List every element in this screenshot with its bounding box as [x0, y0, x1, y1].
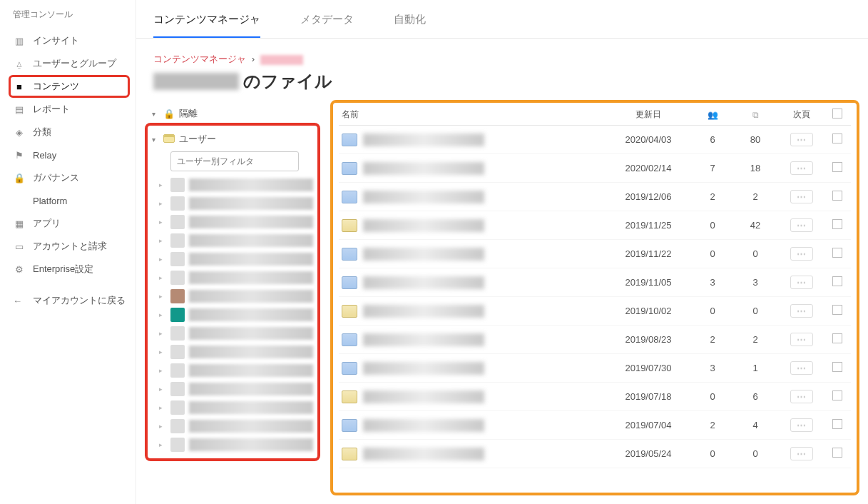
file-checkbox[interactable]	[827, 276, 848, 288]
file-more[interactable]: ⋯	[777, 161, 827, 175]
file-checkbox[interactable]	[827, 305, 848, 317]
tree-user-row[interactable]: ▸	[152, 398, 313, 417]
tab-0[interactable]: コンテンツマネージャ	[153, 13, 260, 38]
more-icon[interactable]: ⋯	[790, 133, 813, 146]
file-more[interactable]: ⋯	[777, 276, 827, 289]
file-checkbox[interactable]	[827, 162, 848, 174]
chevron-right-icon[interactable]: ▸	[159, 218, 166, 226]
chevron-right-icon[interactable]: ▸	[159, 423, 166, 430]
file-row[interactable]: 2019/10/02 0 0 ⋯	[339, 297, 851, 326]
col-select-all[interactable]	[827, 109, 848, 121]
file-row[interactable]: 2019/07/18 0 6 ⋯	[339, 383, 851, 411]
chevron-down-icon[interactable]: ▾	[152, 136, 160, 143]
col-collaborators-icon[interactable]: 👥	[691, 110, 734, 120]
chevron-right-icon[interactable]: ▸	[159, 237, 166, 244]
chevron-right-icon[interactable]: ▸	[159, 256, 166, 263]
chevron-right-icon[interactable]: ▸	[159, 441, 166, 448]
file-more[interactable]: ⋯	[777, 190, 827, 203]
file-row[interactable]: 2020/02/14 7 18 ⋯	[339, 154, 851, 183]
file-checkbox[interactable]	[827, 390, 848, 403]
file-row[interactable]: 2019/08/23 2 2 ⋯	[339, 326, 851, 354]
col-files-icon[interactable]: ⧉	[734, 110, 777, 120]
file-row[interactable]: 2020/04/03 6 80 ⋯	[339, 126, 851, 154]
more-icon[interactable]: ⋯	[790, 218, 813, 232]
tree-user-row[interactable]: ▸	[152, 324, 313, 343]
file-row[interactable]: 2019/12/06 2 2 ⋯	[339, 183, 851, 211]
file-more[interactable]: ⋯	[777, 418, 827, 432]
more-icon[interactable]: ⋯	[790, 247, 813, 261]
chevron-right-icon[interactable]: ▸	[159, 181, 166, 188]
chevron-down-icon[interactable]: ▾	[152, 110, 160, 118]
file-more[interactable]: ⋯	[777, 133, 827, 146]
file-checkbox[interactable]	[827, 419, 848, 431]
breadcrumb[interactable]: コンテンツマネージャ ›	[153, 53, 851, 66]
file-row[interactable]: 2019/11/05 3 3 ⋯	[339, 268, 851, 297]
file-row[interactable]: 2019/07/30 3 1 ⋯	[339, 354, 851, 383]
more-icon[interactable]: ⋯	[790, 390, 813, 403]
col-next[interactable]: 次頁	[777, 109, 827, 121]
tree-user-row[interactable]: ▸	[152, 176, 313, 194]
file-checkbox[interactable]	[827, 133, 848, 146]
tab-1[interactable]: メタデータ	[300, 13, 354, 38]
tree-user-row[interactable]: ▸	[152, 306, 313, 324]
file-more[interactable]: ⋯	[777, 218, 827, 232]
sidebar-item-1[interactable]: ⍙ユーザーとグループ	[9, 52, 130, 75]
sidebar-item-2[interactable]: ■コンテンツ	[9, 75, 130, 98]
chevron-right-icon[interactable]: ▸	[159, 274, 166, 281]
chevron-right-icon[interactable]: ▸	[159, 200, 166, 207]
file-row[interactable]: 2019/07/04 2 4 ⋯	[339, 411, 851, 440]
user-filter-input[interactable]	[170, 151, 299, 171]
col-name[interactable]: 名前	[342, 109, 606, 121]
more-icon[interactable]: ⋯	[790, 447, 813, 460]
file-more[interactable]: ⋯	[777, 333, 827, 346]
breadcrumb-root[interactable]: コンテンツマネージャ	[153, 54, 246, 64]
tree-user-row[interactable]: ▸	[152, 231, 313, 250]
file-checkbox[interactable]	[827, 248, 848, 260]
tree-user-row[interactable]: ▸	[152, 380, 313, 398]
chevron-right-icon[interactable]: ▸	[159, 385, 166, 393]
sidebar-item-10[interactable]: ⚙Enterprise設定	[9, 258, 130, 281]
tree-user-row[interactable]: ▸	[152, 213, 313, 231]
tab-2[interactable]: 自動化	[394, 13, 426, 38]
back-to-my-account[interactable]: ← マイアカウントに戻る	[9, 289, 130, 312]
tree-users-node[interactable]: ▾ ユーザー	[152, 130, 313, 148]
file-more[interactable]: ⋯	[777, 247, 827, 261]
chevron-right-icon[interactable]: ▸	[159, 348, 166, 356]
file-row[interactable]: 2019/05/24 0 0 ⋯	[339, 440, 851, 468]
col-date[interactable]: 更新日	[606, 109, 691, 121]
file-checkbox[interactable]	[827, 448, 848, 460]
sidebar-item-3[interactable]: ▤レポート	[9, 98, 130, 121]
tree-user-row[interactable]: ▸	[152, 435, 313, 454]
file-checkbox[interactable]	[827, 333, 848, 346]
sidebar-item-4[interactable]: ◈分類	[9, 121, 130, 143]
chevron-right-icon[interactable]: ▸	[159, 404, 166, 411]
file-more[interactable]: ⋯	[777, 304, 827, 318]
file-checkbox[interactable]	[827, 191, 848, 203]
tree-user-row[interactable]: ▸	[152, 361, 313, 380]
more-icon[interactable]: ⋯	[790, 161, 813, 175]
chevron-right-icon[interactable]: ▸	[159, 311, 166, 318]
file-more[interactable]: ⋯	[777, 390, 827, 403]
tree-quarantine[interactable]: ▾ 🔒 隔離	[145, 104, 320, 123]
chevron-right-icon[interactable]: ▸	[159, 293, 166, 300]
file-more[interactable]: ⋯	[777, 361, 827, 375]
tree-user-row[interactable]: ▸	[152, 287, 313, 306]
more-icon[interactable]: ⋯	[790, 304, 813, 318]
sidebar-item-7[interactable]: Platform	[9, 189, 130, 212]
sidebar-item-6[interactable]: 🔒ガバナンス	[9, 166, 130, 189]
chevron-right-icon[interactable]: ▸	[159, 367, 166, 374]
sidebar-item-0[interactable]: ▥インサイト	[9, 29, 130, 52]
file-checkbox[interactable]	[827, 362, 848, 374]
file-row[interactable]: 2019/11/22 0 0 ⋯	[339, 240, 851, 268]
more-icon[interactable]: ⋯	[790, 333, 813, 346]
more-icon[interactable]: ⋯	[790, 361, 813, 375]
sidebar-item-8[interactable]: ▦アプリ	[9, 212, 130, 235]
more-icon[interactable]: ⋯	[790, 276, 813, 289]
file-checkbox[interactable]	[827, 219, 848, 231]
sidebar-item-5[interactable]: ⚑Relay	[9, 143, 130, 166]
tree-user-row[interactable]: ▸	[152, 194, 313, 213]
tree-user-row[interactable]: ▸	[152, 250, 313, 268]
tree-user-row[interactable]: ▸	[152, 417, 313, 435]
sidebar-item-9[interactable]: ▭アカウントと請求	[9, 235, 130, 258]
more-icon[interactable]: ⋯	[790, 418, 813, 432]
